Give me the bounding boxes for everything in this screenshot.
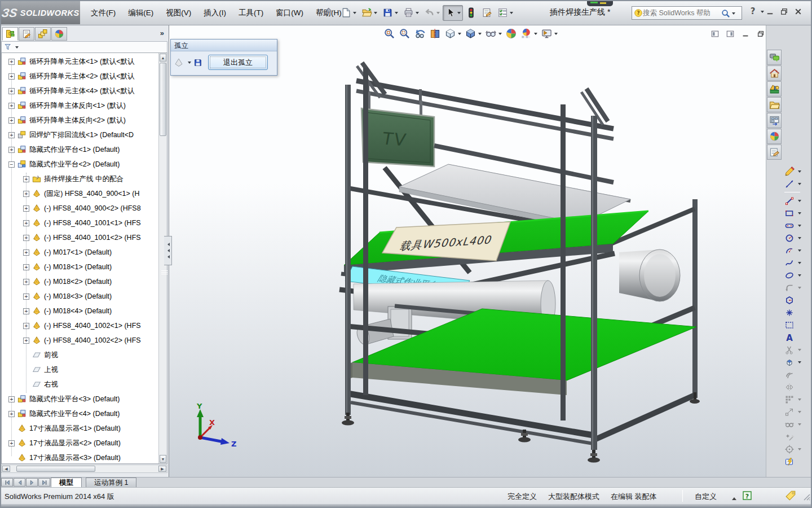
- resize-grip[interactable]: [803, 493, 811, 501]
- dropdown-arrow-icon[interactable]: [798, 225, 801, 229]
- text-button[interactable]: A: [783, 331, 801, 343]
- scroll-up-arrow[interactable]: ▲: [160, 54, 166, 62]
- dropdown-arrow-icon[interactable]: [416, 12, 419, 16]
- linear-pattern-button[interactable]: [783, 393, 801, 405]
- minimize-doc-button[interactable]: [740, 29, 751, 39]
- zoom-to-area-button[interactable]: [398, 27, 412, 41]
- tree-row[interactable]: 17寸液晶显示器<1> (Default): [2, 421, 158, 436]
- assembly-3d-model[interactable]: TV 载具W500xL400: [169, 25, 766, 477]
- sketch-button[interactable]: [783, 165, 801, 177]
- view-palette-button[interactable]: [767, 113, 782, 128]
- featuremanager-overflow-chevron[interactable]: »: [160, 29, 164, 37]
- apply-scene-button[interactable]: [519, 27, 539, 41]
- tree-expand-icon[interactable]: +: [8, 440, 15, 446]
- window-close-button[interactable]: [792, 6, 804, 17]
- dropdown-arrow-icon[interactable]: [798, 361, 801, 365]
- tree-row[interactable]: +(-) HFS8_4040_1002<2> (HFS: [2, 333, 158, 348]
- polygon-button[interactable]: [783, 294, 801, 306]
- tree-row[interactable]: +(-) M018<3> (Default): [2, 289, 158, 304]
- offset-entities-button[interactable]: [783, 369, 801, 380]
- commandmanager-collapsed-tab[interactable]: [587, 0, 613, 6]
- tree-expand-icon[interactable]: +: [23, 191, 29, 197]
- pin-icon[interactable]: [323, 7, 334, 18]
- view-orientation-button[interactable]: [443, 27, 462, 41]
- solidworks-resources-button[interactable]: [767, 65, 782, 81]
- dropdown-arrow-icon[interactable]: [798, 212, 801, 216]
- menu-insert[interactable]: 插入(I): [197, 5, 232, 20]
- tree-row[interactable]: +17寸液晶显示器<2> (Default): [2, 436, 158, 450]
- search-icon[interactable]: [721, 8, 730, 18]
- nav-first-button[interactable]: [1, 478, 13, 487]
- tree-expand-icon[interactable]: +: [23, 279, 29, 285]
- tree-expand-icon[interactable]: +: [8, 103, 15, 109]
- search-box[interactable]: ?: [632, 6, 742, 20]
- tree-expand-icon[interactable]: +: [8, 117, 15, 124]
- sketch-fillet-button[interactable]: [783, 282, 801, 294]
- model-side-roller[interactable]: [619, 249, 680, 301]
- dropdown-arrow-icon[interactable]: [436, 12, 440, 16]
- tree-row[interactable]: +(-) HFS8_4040_1002<1> (HFS: [2, 318, 158, 333]
- tree-row[interactable]: +循环升降单主体反向<1> (默认): [2, 98, 158, 113]
- dropdown-arrow-icon[interactable]: [353, 12, 356, 16]
- scroll-left-arrow[interactable]: ◀: [2, 466, 10, 472]
- tab-motion-study[interactable]: 运动算例 1: [86, 478, 136, 487]
- tree-row[interactable]: +隐藏式作业平台<3> (Default): [2, 392, 158, 406]
- panel-collapse-tab[interactable]: [164, 236, 172, 265]
- isolate-popup[interactable]: 孤立 退出孤立: [170, 39, 277, 76]
- tab-propertymanager[interactable]: [19, 27, 34, 41]
- spline-button[interactable]: [783, 257, 801, 269]
- tree-expand-icon[interactable]: +: [23, 323, 29, 329]
- scrollbar-thumb[interactable]: [160, 63, 166, 136]
- tree-row[interactable]: +(固定) HFS8_4040_900<1> (H: [2, 186, 158, 201]
- tree-expand-icon[interactable]: +: [23, 338, 29, 344]
- tree-expand-icon[interactable]: +: [8, 147, 15, 153]
- hide-show-items-button[interactable]: [484, 27, 503, 41]
- menu-edit[interactable]: 编辑(E): [122, 5, 160, 20]
- display-relations-button[interactable]: [783, 418, 801, 430]
- dropdown-arrow-icon[interactable]: [798, 448, 801, 452]
- tree-filter-bar[interactable]: [1, 41, 167, 53]
- window-minimize-button[interactable]: [764, 6, 776, 17]
- tree-row[interactable]: +(-) HFS8_4040_1001<2> (HFS: [2, 230, 158, 245]
- tree-collapse-icon[interactable]: −: [8, 161, 15, 168]
- tree-expand-icon[interactable]: +: [8, 73, 15, 80]
- dropdown-arrow-icon[interactable]: [478, 33, 482, 37]
- menu-window[interactable]: 窗口(W): [270, 5, 310, 20]
- smart-dimension-button[interactable]: [783, 178, 801, 190]
- dropdown-arrow-icon[interactable]: [798, 423, 801, 427]
- help-button[interactable]: ?: [748, 6, 764, 16]
- display-style-button[interactable]: [464, 27, 483, 41]
- nav-last-button[interactable]: [38, 478, 50, 487]
- search-input[interactable]: [643, 9, 721, 17]
- quick-snaps-button[interactable]: [783, 443, 801, 455]
- design-library-button[interactable]: [767, 81, 782, 97]
- dropdown-arrow-icon[interactable]: [798, 237, 801, 241]
- dropdown-arrow-icon[interactable]: [798, 411, 801, 415]
- pane-left-button[interactable]: [709, 29, 721, 39]
- tag-icon[interactable]: [785, 490, 796, 501]
- tree-row[interactable]: +循环升降单元主体<4> (默认<默认: [2, 84, 158, 98]
- dropdown-arrow-icon[interactable]: [457, 12, 461, 16]
- custom-properties-button[interactable]: [767, 144, 782, 160]
- new-button[interactable]: [338, 5, 359, 21]
- tree-expand-icon[interactable]: +: [8, 88, 15, 94]
- tree-row[interactable]: +(-) M017<1> (Default): [2, 245, 158, 260]
- point-button[interactable]: [783, 306, 801, 318]
- tree-row[interactable]: +循环升降单元主体<2> (默认<默认: [2, 69, 158, 84]
- dropdown-arrow-icon[interactable]: [798, 287, 801, 291]
- tab-featuremanager[interactable]: [2, 27, 18, 41]
- tree-row[interactable]: +(-) HFS8_4040_1001<1> (HFS: [2, 216, 158, 230]
- scrollbar-thumb[interactable]: [16, 466, 95, 472]
- convert-entities-button[interactable]: [783, 356, 801, 368]
- sketch-picture-button[interactable]: [783, 319, 801, 331]
- previous-view-button[interactable]: [413, 27, 427, 41]
- search-dropdown-icon[interactable]: [732, 12, 735, 16]
- dropdown-arrow-icon[interactable]: [798, 249, 801, 253]
- tree-row[interactable]: 17寸液晶显示器<3> (Default): [2, 450, 158, 463]
- appearances-scenes-button[interactable]: [767, 129, 782, 144]
- tree-expand-icon[interactable]: +: [8, 59, 15, 65]
- centerpoint-arc-button[interactable]: [783, 244, 801, 256]
- tree-row[interactable]: +回焊炉下排回流线<1> (Default<D: [2, 128, 158, 142]
- select-button[interactable]: [443, 5, 463, 21]
- menu-file[interactable]: 文件(F): [85, 5, 122, 20]
